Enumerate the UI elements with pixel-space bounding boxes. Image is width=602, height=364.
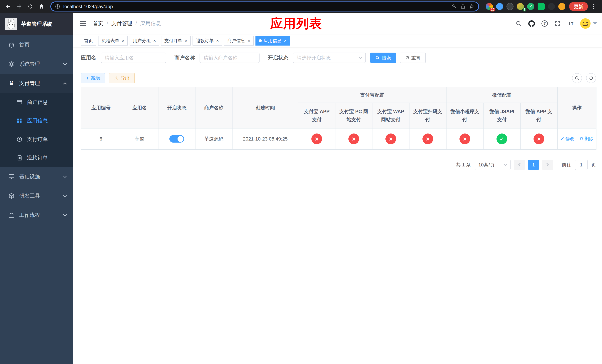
tab-refund-order[interactable]: 退款订单 (193, 36, 222, 45)
add-button[interactable]: 新增 (81, 73, 105, 83)
delete-link[interactable]: 删除 (580, 136, 593, 142)
goto-label: 前往 (562, 162, 571, 168)
fullscreen-icon[interactable] (554, 20, 561, 27)
home-button[interactable] (36, 1, 47, 12)
tab-home[interactable]: 首页 (81, 36, 96, 45)
total-count: 共 1 条 (456, 162, 471, 168)
extension-avatar-icon[interactable]: 1 (517, 3, 524, 10)
sidebar-item-system[interactable]: 系统管理 (0, 54, 73, 74)
download-icon (114, 76, 118, 80)
help-icon[interactable] (541, 20, 548, 27)
tab-process-form[interactable]: 流程表单 (98, 36, 128, 45)
sidebar-item-infrastructure[interactable]: 基础设施 (0, 167, 73, 186)
tab-user-group[interactable]: 用户分组 (129, 36, 159, 45)
back-button[interactable] (3, 1, 13, 12)
sidebar-collapse-icon[interactable] (79, 20, 87, 28)
clock-icon (16, 136, 22, 142)
key-icon[interactable] (451, 3, 457, 10)
extension-pin-icon[interactable] (548, 3, 555, 10)
briefcase-icon (8, 212, 15, 218)
url-bar[interactable]: localhost:1024/pay/app (50, 1, 479, 11)
search-icon[interactable] (515, 20, 522, 27)
config-disabled-icon (534, 133, 544, 144)
avatar-caret-icon[interactable] (593, 22, 597, 25)
browser-menu-icon[interactable] (589, 1, 599, 12)
export-button[interactable]: 导出 (109, 73, 135, 83)
reset-button[interactable]: 重置 (400, 53, 426, 63)
col-created: 创建时间 (232, 87, 298, 128)
tab-pay-order[interactable]: 支付订单 (161, 36, 191, 45)
user-avatar[interactable] (580, 18, 597, 29)
chevron-down-icon (63, 174, 67, 178)
monitor-icon (8, 173, 15, 180)
tab-close-icon[interactable] (284, 39, 287, 43)
config-disabled-icon (311, 133, 322, 144)
tab-close-icon[interactable] (185, 39, 187, 43)
sidebar-item-workflow[interactable]: 工作流程 (0, 205, 73, 225)
extension-wechat-icon[interactable] (538, 3, 545, 10)
tab-close-icon[interactable] (248, 39, 250, 43)
col-merchant: 商户名称 (195, 87, 232, 128)
col-status: 开启状态 (158, 87, 195, 128)
col-wechat-mini: 微信小程序支付 (446, 103, 483, 128)
extension-colorwheel-icon[interactable]: 10 (486, 3, 493, 10)
refresh-table-button[interactable] (586, 73, 596, 83)
status-select[interactable]: 请选择开启状态 (293, 53, 366, 63)
tab-app-info[interactable]: 应用信息 (256, 36, 290, 45)
sidebar-item-home[interactable]: 首页 (0, 35, 73, 54)
extension-badge: 10 (490, 8, 495, 11)
prev-page-button[interactable] (514, 160, 525, 170)
font-size-icon[interactable] (567, 20, 574, 27)
sidebar: 芋道管理系统 首页 系统管理 ¥ 支付管理 商户信息 应用信息 支付订 (0, 13, 73, 364)
goto-page-input[interactable] (575, 160, 588, 170)
reload-button[interactable] (25, 1, 35, 12)
breadcrumb-home[interactable]: 首页 (93, 20, 103, 27)
back-icon (5, 3, 11, 10)
breadcrumb-payment[interactable]: 支付管理 (111, 20, 132, 27)
tab-merchant-info[interactable]: 商户信息 (224, 36, 254, 45)
sidebar-item-payment[interactable]: ¥ 支付管理 (0, 74, 73, 93)
reload-icon (27, 3, 33, 10)
tab-close-icon[interactable] (122, 39, 124, 43)
edit-link[interactable]: 修改 (560, 136, 574, 142)
col-app-name: 应用名 (121, 87, 158, 128)
extension-check-icon[interactable]: ✓ (527, 3, 534, 10)
forward-icon (16, 3, 22, 10)
tab-close-icon[interactable] (216, 39, 219, 43)
extension-dark-icon[interactable] (506, 3, 514, 10)
col-alipay-pc: 支付宝 PC 网站支付 (335, 103, 372, 128)
app-name-input[interactable] (101, 53, 166, 63)
next-page-button[interactable] (542, 160, 553, 170)
update-button[interactable]: 更新 (569, 2, 588, 11)
page-annotation: 应用列表 (270, 15, 322, 32)
toggle-search-button[interactable] (572, 73, 582, 83)
sidebar-item-dev-tools[interactable]: 研发工具 (0, 186, 73, 205)
extension-drop-icon[interactable] (496, 3, 503, 10)
chevron-down-icon (63, 193, 67, 197)
sidebar-item-app-info[interactable]: 应用信息 (0, 111, 73, 130)
sidebar-item-merchant-info[interactable]: 商户信息 (0, 93, 73, 111)
search-button[interactable]: 搜索 (370, 53, 396, 63)
dashboard-icon (8, 42, 15, 48)
sidebar-item-pay-order[interactable]: 支付订单 (0, 130, 73, 149)
share-icon[interactable] (460, 4, 466, 9)
col-app-id: 应用编号 (81, 87, 121, 128)
grid-icon (16, 118, 22, 124)
bookmark-star-icon[interactable] (469, 3, 475, 10)
status-toggle[interactable] (169, 135, 184, 143)
forward-button[interactable] (14, 1, 24, 12)
info-icon[interactable] (55, 4, 60, 9)
page-1-button[interactable]: 1 (528, 160, 539, 170)
page-size-select[interactable]: 10条/页 (475, 160, 511, 170)
cell-status (158, 128, 195, 150)
status-label: 开启状态 (268, 54, 288, 61)
col-alipay-wap: 支付宝 WAP 网站支付 (372, 103, 409, 128)
tab-close-icon[interactable] (153, 39, 156, 43)
yen-icon: ¥ (8, 80, 15, 87)
github-icon[interactable] (528, 20, 535, 27)
gear-icon (8, 61, 15, 67)
sidebar-item-refund-order[interactable]: 退款订单 (0, 149, 73, 167)
merchant-name-input[interactable] (200, 53, 259, 63)
extension-face-icon[interactable] (558, 3, 565, 10)
chevron-right-icon (545, 163, 549, 167)
